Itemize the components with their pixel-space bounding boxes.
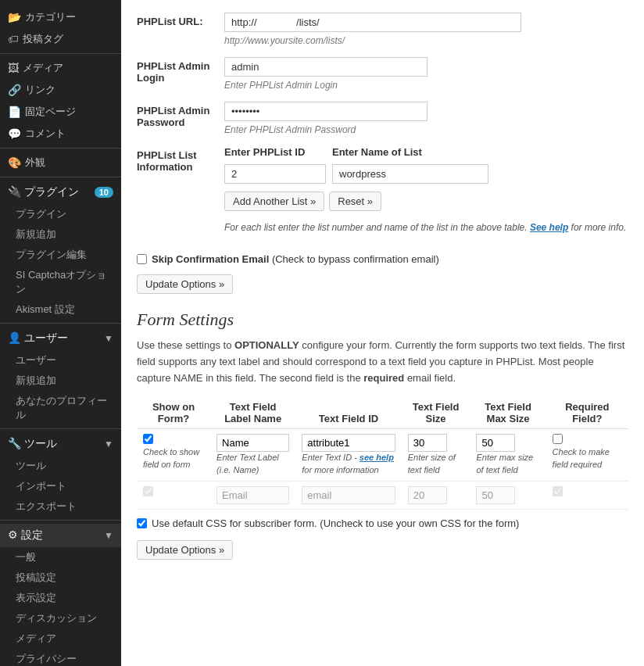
phplist-url-input[interactable] [224, 13, 521, 32]
phplist-login-input[interactable] [224, 57, 428, 77]
phplist-password-row: PHPList Admin Password Enter PHPList Adm… [137, 102, 628, 135]
phplist-url-row: PHPList URL: http://www.yoursite.com/lis… [137, 13, 628, 46]
sidebar-item-fixed-page[interactable]: 📄 固定ページ [0, 101, 121, 123]
sidebar-item-links[interactable]: 🔗 リンク [0, 79, 121, 101]
phplist-password-input[interactable] [224, 102, 428, 121]
sidebar: 📂 カテゴリー 🏷 投稿タグ 🖼 メディア 🔗 リンク 📄 固定ページ 💬 コメ… [0, 0, 121, 666]
sidebar-item-users-list[interactable]: ユーザー [0, 350, 121, 371]
sidebar-item-plugins-add[interactable]: 新規追加 [0, 224, 121, 245]
row1-size-hint: Enter size of text field [408, 452, 464, 476]
css-label: Use default CSS for subscriber form. (Un… [152, 517, 519, 529]
update-options-button[interactable]: Update Options » [137, 274, 233, 294]
sidebar-item-media-settings[interactable]: メディア [0, 628, 121, 649]
css-row: Use default CSS for subscriber form. (Un… [137, 517, 628, 529]
list-id-header: Enter PHPList ID [224, 146, 326, 158]
sidebar-item-discussion[interactable]: ディスカッション [0, 608, 121, 628]
sidebar-item-post-settings[interactable]: 投稿設定 [0, 568, 121, 588]
col-field-max: Text Field Max Size [470, 397, 546, 429]
main-content: PHPList URL: http://www.yoursite.com/lis… [121, 0, 644, 666]
row1-label-input[interactable] [216, 434, 289, 452]
comments-icon: 💬 [8, 127, 21, 140]
form-settings-title: Form Settings [137, 310, 628, 330]
media-icon: 🖼 [8, 62, 19, 74]
sidebar-item-users-add[interactable]: 新規追加 [0, 371, 121, 391]
sidebar-item-plugins-list[interactable]: プラグイン [0, 204, 121, 224]
col-show-form: Show on Form? [137, 397, 210, 429]
list-hint-link[interactable]: See help [530, 222, 568, 233]
sidebar-heading-users[interactable]: 👤 ユーザー ▼ [0, 327, 121, 350]
sidebar-item-tags[interactable]: 🏷 投稿タグ [0, 28, 121, 50]
row1-field-max-input[interactable] [476, 434, 515, 452]
phplist-list-info-row: PHPList List Information Enter PHPList I… [137, 146, 628, 242]
skip-confirm-row: Skip Confirmation Email (Check to bypass… [137, 253, 628, 265]
row2-required-checkbox [553, 486, 563, 496]
phplist-url-label: PHPList URL: [137, 13, 215, 27]
row1-field-size-input[interactable] [408, 434, 447, 452]
sidebar-item-import[interactable]: インポート [0, 476, 121, 496]
col-field-size: Text Field Size [402, 397, 470, 429]
category-icon: 📂 [8, 11, 21, 23]
row1-max-hint: Enter max size of text field [476, 452, 539, 476]
sidebar-item-akismet[interactable]: Akismet 設定 [0, 299, 121, 320]
update-options-row: Update Options » [137, 274, 628, 294]
phplist-password-hint: Enter PHPList Admin Password [224, 124, 628, 135]
form-settings-table: Show on Form? Text Field Label Name Text… [137, 397, 628, 510]
add-another-list-button[interactable]: Add Another List » [224, 192, 324, 211]
sidebar-item-media[interactable]: 🖼 メディア [0, 57, 121, 79]
list-name-header: Enter Name of List [332, 146, 488, 158]
row1-required-checkbox[interactable] [553, 434, 563, 444]
phplist-login-label: PHPList Admin Login [137, 57, 215, 84]
phplist-login-hint: Enter PHPList Admin Login [224, 80, 628, 91]
sidebar-item-general[interactable]: 一般 [0, 547, 121, 568]
row1-field-id-input[interactable] [302, 434, 395, 452]
row2-show-checkbox [143, 486, 153, 496]
tags-icon: 🏷 [8, 33, 19, 45]
row1-show-checkbox[interactable] [143, 434, 153, 444]
row2-label-input [216, 486, 289, 504]
sidebar-heading-tools[interactable]: 🔧 ツール ▼ [0, 432, 121, 456]
sidebar-item-si-captcha[interactable]: SI Captchaオプション [0, 265, 121, 299]
update-options-button-2[interactable]: Update Options » [137, 540, 233, 560]
fixed-page-icon: 📄 [8, 106, 21, 118]
sidebar-item-privacy[interactable]: プライバシー [0, 649, 121, 666]
col-required: Required Field? [546, 397, 628, 429]
list-hint: For each list enter the list number and … [224, 220, 628, 235]
form-settings-section: Form Settings Use these settings to OPTI… [137, 310, 628, 560]
col-field-id: Text Field ID [295, 397, 401, 429]
form-settings-desc: Use these settings to OPTIONALLY configu… [137, 338, 628, 386]
update-options-row-2: Update Options » [137, 540, 628, 560]
sidebar-heading-settings[interactable]: ⚙ 設定 ▼ [0, 524, 121, 547]
phplist-password-label: PHPList Admin Password [137, 102, 215, 128]
reset-button[interactable]: Reset » [329, 192, 381, 211]
row1-help-link[interactable]: see help [360, 453, 394, 462]
sidebar-item-comments[interactable]: 💬 コメント [0, 123, 121, 145]
table-row: Check to show field on form Enter Text L… [137, 429, 628, 482]
table-row [137, 482, 628, 510]
skip-confirm-checkbox[interactable] [137, 254, 147, 264]
list-name-input[interactable] [332, 164, 488, 184]
sidebar-item-appearance[interactable]: 🎨 外観 [0, 152, 121, 174]
list-id-input[interactable] [224, 164, 326, 184]
row1-show-hint: Check to show field on form [143, 446, 204, 471]
sidebar-item-category[interactable]: 📂 カテゴリー [0, 6, 121, 28]
sidebar-item-users-profile[interactable]: あなたのプロフィール [0, 391, 121, 425]
phplist-list-info-label: PHPList List Information [137, 146, 215, 173]
css-checkbox[interactable] [137, 518, 147, 528]
phplist-url-hint: http://www.yoursite.com/lists/ [224, 35, 628, 46]
appearance-icon: 🎨 [8, 156, 21, 169]
sidebar-item-export[interactable]: エクスポート [0, 496, 121, 517]
row2-field-size-input [408, 486, 447, 504]
row1-label-hint: Enter Text Label (i.e. Name) [216, 452, 289, 476]
col-label-name: Text Field Label Name [210, 397, 295, 429]
row2-field-id-input [302, 486, 395, 504]
links-icon: 🔗 [8, 84, 21, 96]
sidebar-item-plugins-edit[interactable]: プラグイン編集 [0, 245, 121, 265]
row1-required-hint: Check to make field required [553, 446, 622, 471]
sidebar-item-display[interactable]: 表示設定 [0, 588, 121, 608]
row2-field-max-input [476, 486, 515, 504]
phplist-login-row: PHPList Admin Login Enter PHPList Admin … [137, 57, 628, 91]
sidebar-heading-plugins[interactable]: 🔌 プラグイン 10 [0, 181, 121, 204]
row1-field-id-hint: Enter Text ID - see help for more inform… [302, 452, 395, 476]
skip-confirm-label: Skip Confirmation Email (Check to bypass… [152, 253, 439, 265]
sidebar-item-tools[interactable]: ツール [0, 456, 121, 476]
